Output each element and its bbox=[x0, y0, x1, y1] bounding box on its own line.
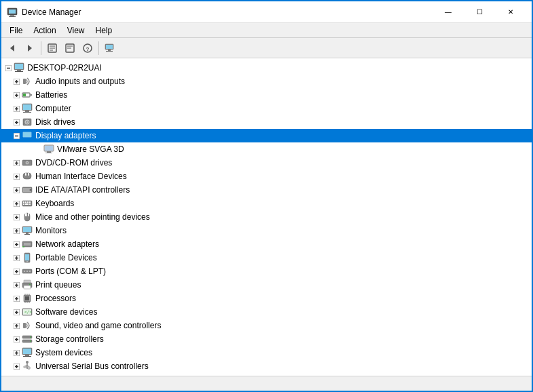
portable-label: Portable Devices bbox=[35, 253, 97, 262]
svg-point-76 bbox=[30, 189, 32, 191]
svg-rect-173 bbox=[28, 367, 30, 369]
svg-rect-150 bbox=[23, 323, 26, 328]
printer-icon bbox=[22, 279, 33, 290]
svg-rect-16 bbox=[106, 45, 113, 49]
svg-text:?: ? bbox=[86, 46, 90, 52]
processors-label: Processors bbox=[35, 294, 76, 303]
display-label: Display adapters bbox=[35, 131, 96, 140]
svg-rect-18 bbox=[106, 51, 113, 52]
svg-rect-17 bbox=[108, 50, 111, 51]
svg-rect-105 bbox=[22, 241, 32, 247]
tree-item-software[interactable]: </> Software devices bbox=[1, 305, 532, 319]
menu-file[interactable]: File bbox=[4, 23, 28, 38]
keyboard-icon bbox=[22, 198, 33, 209]
toolbar-scan-button[interactable] bbox=[62, 40, 78, 56]
tree-item-disk[interactable]: Disk drives bbox=[1, 115, 532, 129]
tree-root[interactable]: DESKTOP-02R2UAI bbox=[1, 61, 532, 75]
portable-icon bbox=[22, 252, 33, 263]
svg-rect-87 bbox=[29, 203, 31, 205]
monitors-expand-icon bbox=[12, 227, 20, 235]
svg-point-156 bbox=[30, 336, 31, 338]
svg-point-120 bbox=[26, 271, 28, 272]
tree-item-storage[interactable]: Storage controllers bbox=[1, 332, 532, 346]
keyboards-label: Keyboards bbox=[35, 199, 74, 208]
maximize-button[interactable]: ☐ bbox=[464, 1, 495, 23]
svg-rect-40 bbox=[25, 111, 29, 112]
menu-help[interactable]: Help bbox=[90, 23, 118, 38]
toolbar-properties-button[interactable] bbox=[44, 40, 60, 56]
tree-item-usb[interactable]: Universal Serial Bus controllers bbox=[1, 359, 532, 373]
tree-item-batteries[interactable]: Batteries bbox=[1, 88, 532, 102]
batteries-expand-icon bbox=[12, 91, 20, 99]
svg-rect-83 bbox=[27, 201, 29, 203]
svg-rect-82 bbox=[25, 201, 26, 203]
audio-icon bbox=[22, 76, 33, 87]
window-controls: — ☐ ✕ bbox=[433, 1, 526, 23]
audio-expand-icon bbox=[12, 77, 20, 85]
tree-item-dvd[interactable]: DVD/CD-ROM drives bbox=[1, 156, 532, 170]
svg-rect-134 bbox=[25, 296, 29, 300]
tree-item-portable[interactable]: Portable Devices bbox=[1, 251, 532, 264]
system-icon bbox=[22, 347, 33, 358]
tree-item-ide[interactable]: IDE ATA/ATAPI controllers bbox=[1, 183, 532, 197]
svg-rect-162 bbox=[23, 349, 31, 354]
tree-item-keyboards[interactable]: Keyboards bbox=[1, 197, 532, 210]
tree-item-sound[interactable]: Sound, video and game controllers bbox=[1, 319, 532, 332]
network-icon bbox=[22, 239, 33, 250]
usb-icon bbox=[22, 361, 33, 372]
toolbar-back-button[interactable] bbox=[4, 40, 20, 56]
svg-rect-113 bbox=[25, 254, 29, 260]
ports-label: Ports (COM & LPT) bbox=[35, 267, 106, 276]
close-button[interactable]: ✕ bbox=[495, 1, 526, 23]
tree-item-print[interactable]: Print queues bbox=[1, 278, 532, 292]
system-label: System devices bbox=[35, 348, 92, 357]
svg-rect-56 bbox=[47, 151, 51, 153]
toolbar-forward-button[interactable] bbox=[22, 40, 38, 56]
tree-item-network[interactable]: Network adapters bbox=[1, 237, 532, 251]
computer-node-icon bbox=[22, 103, 33, 114]
minimize-button[interactable]: — bbox=[433, 1, 464, 23]
tree-item-display[interactable]: Display adapters bbox=[1, 129, 532, 142]
svg-rect-127 bbox=[24, 286, 31, 289]
disk-label: Disk drives bbox=[35, 117, 75, 127]
usb-expand-icon bbox=[12, 362, 20, 370]
toolbar-help-button[interactable]: ? bbox=[79, 40, 96, 56]
tree-item-audio[interactable]: Audio inputs and outputs bbox=[1, 75, 532, 88]
svg-point-121 bbox=[29, 271, 31, 272]
status-bar bbox=[1, 376, 532, 391]
software-icon: </> bbox=[22, 307, 33, 317]
toolbar-separator-2 bbox=[98, 41, 99, 55]
computer-expand-icon bbox=[12, 104, 20, 113]
svg-rect-81 bbox=[23, 201, 24, 203]
tree-item-processors[interactable]: Processors bbox=[1, 292, 532, 305]
svg-rect-52 bbox=[25, 138, 29, 139]
svg-point-63 bbox=[26, 162, 28, 163]
tree-item-ports[interactable]: Ports (COM & LPT) bbox=[1, 264, 532, 278]
tree-item-vmware[interactable]: VMware SVGA 3D bbox=[1, 142, 532, 156]
device-tree-content[interactable]: DESKTOP-02R2UAI Audio inputs and outputs bbox=[1, 58, 532, 376]
storage-icon bbox=[22, 334, 33, 345]
toolbar-device-manager-button[interactable] bbox=[102, 40, 118, 56]
tree-item-mice[interactable]: Mice and other pointing devices bbox=[1, 210, 532, 224]
tree-item-computer[interactable]: Computer bbox=[1, 102, 532, 115]
audio-label: Audio inputs and outputs bbox=[35, 77, 125, 86]
computer-icon bbox=[14, 62, 24, 73]
mice-expand-icon bbox=[12, 213, 20, 221]
svg-rect-1 bbox=[9, 9, 16, 14]
svg-rect-22 bbox=[15, 64, 23, 69]
svg-point-128 bbox=[29, 284, 31, 286]
tree-item-monitors[interactable]: Monitors bbox=[1, 224, 532, 237]
monitors-label: Monitors bbox=[35, 226, 67, 235]
vmware-icon bbox=[43, 144, 54, 155]
title-bar: Device Manager — ☐ ✕ bbox=[1, 1, 532, 23]
svg-rect-92 bbox=[25, 213, 27, 216]
svg-rect-69 bbox=[28, 173, 29, 176]
menu-action[interactable]: Action bbox=[28, 23, 61, 38]
ide-expand-icon bbox=[12, 186, 20, 194]
tree-item-hid[interactable]: Human Interface Devices bbox=[1, 170, 532, 183]
network-label: Network adapters bbox=[35, 239, 99, 249]
ports-expand-icon bbox=[12, 267, 20, 275]
menu-view[interactable]: View bbox=[62, 23, 90, 38]
processors-expand-icon bbox=[12, 294, 20, 302]
tree-item-system[interactable]: System devices bbox=[1, 346, 532, 359]
